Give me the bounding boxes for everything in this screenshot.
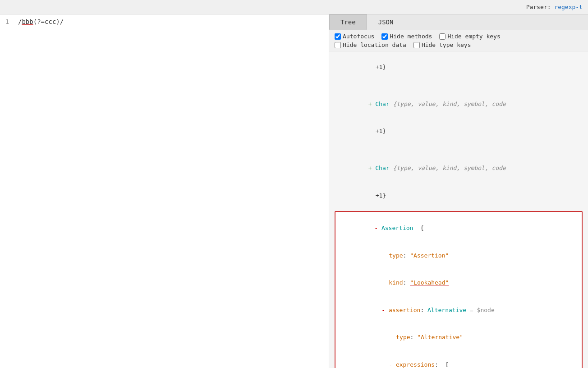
options-bar: Autofocus Hide methods Hide empty keys H… bbox=[329, 30, 588, 51]
option-hide-empty-keys-label: Hide empty keys bbox=[447, 33, 500, 40]
alternative-type: type: "Alternative" bbox=[339, 324, 578, 351]
checkbox-hide-empty-keys[interactable] bbox=[439, 33, 446, 40]
assertion-kind: kind: "Lookahead" bbox=[339, 269, 578, 297]
parser-label: Parser: bbox=[526, 4, 551, 10]
regex-lookahead: (?=ccc)/ bbox=[33, 18, 64, 25]
pre-char-2-sub: +1} bbox=[333, 182, 584, 209]
pre-line-1: +1} bbox=[333, 53, 584, 81]
main-layout: 1 /bbb(?=ccc)/ Tree JSON Autofocus Hide … bbox=[0, 14, 588, 368]
assertion-sub: - assertion: Alternative = $node bbox=[339, 296, 578, 324]
assertion-type: type: "Assertion" bbox=[339, 242, 578, 269]
checkbox-hide-methods[interactable] bbox=[381, 33, 388, 40]
editor-pane: 1 /bbb(?=ccc)/ bbox=[0, 14, 329, 368]
option-hide-methods[interactable]: Hide methods bbox=[381, 33, 432, 40]
line-number: 1 bbox=[5, 18, 13, 25]
checkbox-autofocus[interactable] bbox=[335, 33, 341, 40]
tab-json[interactable]: JSON bbox=[367, 14, 405, 30]
pre-char-1-sub: +1} bbox=[333, 118, 584, 145]
option-hide-location-label: Hide location data bbox=[343, 41, 406, 48]
tree-content: +1} + Char {type, value, kind, symbol, c… bbox=[329, 51, 588, 368]
highlighted-assertion-box: - Assertion { type: "Assertion" kind: "L… bbox=[335, 211, 583, 368]
regex-bbb: bbb bbox=[22, 18, 33, 25]
editor-content[interactable]: /bbb(?=ccc)/ bbox=[18, 18, 64, 25]
pre-char-2: + Char {type, value, kind, symbol, code bbox=[333, 155, 584, 182]
right-pane: Tree JSON Autofocus Hide methods Hide em… bbox=[329, 14, 588, 368]
parser-link[interactable]: regexp-t bbox=[554, 4, 583, 10]
option-autofocus-label: Autofocus bbox=[343, 33, 374, 40]
option-hide-location[interactable]: Hide location data bbox=[335, 41, 406, 48]
pre-char-1: + Char {type, value, kind, symbol, code bbox=[333, 90, 584, 118]
checkbox-hide-location[interactable] bbox=[335, 42, 341, 48]
assertion-header: - Assertion { bbox=[339, 215, 578, 242]
option-hide-empty-keys[interactable]: Hide empty keys bbox=[439, 33, 500, 40]
checkbox-hide-type-keys[interactable] bbox=[413, 42, 420, 48]
pre-spacer-2 bbox=[333, 145, 584, 155]
editor-line-1: 1 /bbb(?=ccc)/ bbox=[5, 18, 323, 25]
pre-spacer-1 bbox=[333, 81, 584, 91]
expressions-header: - expressions: [ bbox=[339, 351, 578, 368]
option-autofocus[interactable]: Autofocus bbox=[335, 33, 374, 40]
option-hide-type-keys[interactable]: Hide type keys bbox=[413, 41, 471, 48]
option-hide-methods-label: Hide methods bbox=[390, 33, 432, 40]
top-bar: Parser: regexp-t bbox=[0, 0, 588, 14]
tab-tree[interactable]: Tree bbox=[329, 14, 367, 30]
tab-bar: Tree JSON bbox=[329, 14, 588, 30]
option-hide-type-keys-label: Hide type keys bbox=[422, 41, 471, 48]
